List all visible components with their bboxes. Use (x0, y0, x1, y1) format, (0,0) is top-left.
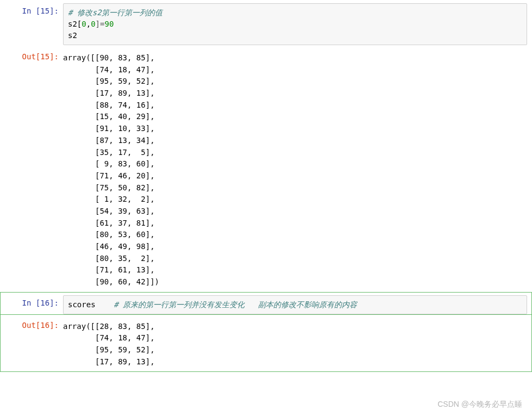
code-comment: # 原来的第一行第一列并没有发生变化 副本的修改不影响原有的内容 (114, 300, 357, 309)
code-text: s2 (68, 31, 77, 40)
code-number: 90 (104, 20, 114, 28)
code-op: ]= (96, 20, 105, 28)
input-prompt: In [16]: (1, 295, 63, 307)
notebook-output: Out[15]: array([[90, 83, 85], [74, 18, 4… (0, 46, 532, 292)
code-number: 0 (82, 20, 86, 28)
notebook-cell: In [15]: # 修改s2第一行第一列的值 s2[0,0]=90 s2 (0, 0, 532, 46)
code-comment: # 修改s2第一行第一列的值 (68, 8, 162, 17)
notebook-output: Out[16]: array([[28, 83, 85], [74, 18, 4… (0, 315, 532, 372)
code-number: 0 (91, 20, 95, 28)
code-text: scores (68, 300, 114, 309)
output-text: array([[90, 83, 85], [74, 18, 47], [95, … (63, 49, 531, 291)
code-text: , (86, 20, 91, 28)
input-prompt: In [15]: (1, 3, 63, 15)
code-input[interactable]: # 修改s2第一行第一列的值 s2[0,0]=90 s2 (63, 3, 527, 45)
output-prompt: Out[15]: (1, 49, 63, 61)
code-text: s2[ (68, 20, 82, 28)
output-text: array([[28, 83, 85], [74, 18, 47], [95, … (63, 318, 531, 371)
code-input[interactable]: scores # 原来的第一行第一列并没有发生变化 副本的修改不影响原有的内容 (63, 295, 527, 314)
output-prompt: Out[16]: (1, 318, 63, 330)
notebook-cell-selected: In [16]: scores # 原来的第一行第一列并没有发生变化 副本的修改… (0, 292, 532, 315)
